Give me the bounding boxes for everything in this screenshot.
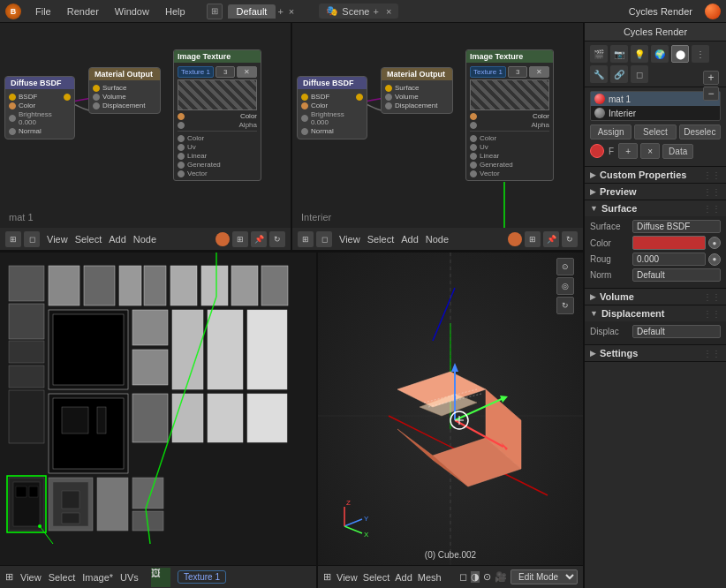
prop-icon-object[interactable]: ◻ — [631, 65, 648, 83]
texture-btn-x[interactable]: ✕ — [237, 66, 257, 78]
texture-btn-browse[interactable]: 3 — [216, 66, 236, 78]
menu-file[interactable]: File — [28, 4, 58, 19]
node-bsdf-left[interactable]: Diffuse BSDF BSDF Color — [4, 76, 75, 139]
scene-add[interactable]: + — [374, 6, 379, 17]
texture-btn-browse-r[interactable]: 3 — [508, 66, 528, 78]
prop-icon-camera[interactable]: 📷 — [610, 45, 628, 63]
node-bsdf-right[interactable]: Diffuse BSDF BSDF Color — [297, 76, 367, 139]
menu-window[interactable]: Window — [108, 4, 156, 19]
ne-grid-right[interactable]: ⊞ — [525, 231, 541, 247]
prop-icon-particles[interactable]: ⋮ — [692, 45, 709, 63]
viewport-select[interactable]: Select — [363, 572, 390, 583]
viewport-shading-4[interactable]: 🎥 — [495, 571, 507, 583]
ne-view-left[interactable]: View — [47, 234, 68, 245]
uv-svg — [0, 253, 316, 565]
surface-surface-value[interactable]: Diffuse BSDF — [632, 220, 721, 233]
node-texture-right[interactable]: Image Texture Texture 1 3 ✕ — [465, 49, 554, 181]
ne-node-right[interactable]: Node — [426, 234, 449, 245]
viewport-add[interactable]: Add — [395, 572, 412, 583]
uv-texture-icon-btn[interactable]: 🖼 — [151, 568, 170, 587]
texture-slot-right[interactable]: Texture 1 — [470, 66, 506, 78]
uv-texture-label[interactable]: Texture 1 — [178, 570, 226, 584]
preview-header[interactable]: ▶ Preview ⋮⋮ — [585, 184, 726, 200]
surface-color-swatch[interactable] — [632, 236, 706, 250]
viewport-shading-1[interactable]: ◻ — [459, 571, 467, 583]
prop-icon-world[interactable]: 🌍 — [651, 45, 669, 63]
prop-icon-constraints[interactable]: 🔗 — [610, 65, 628, 83]
mat-times-btn[interactable]: × — [640, 143, 660, 159]
node-texture-left[interactable]: Image Texture Texture 1 3 ✕ — [173, 49, 261, 181]
ne-sphere-right[interactable] — [508, 232, 522, 246]
nav-btn-3[interactable]: ↻ — [556, 297, 574, 314]
viewport-shading-2[interactable]: ◑ — [471, 571, 480, 583]
svg-rect-30 — [97, 478, 128, 531]
prop-icon-render[interactable]: 🎬 — [590, 45, 608, 63]
ne-add-left[interactable]: Add — [109, 234, 126, 245]
viewport-mesh[interactable]: Mesh — [418, 572, 442, 583]
texture-slot-left[interactable]: Texture 1 — [178, 66, 214, 78]
prop-icon-light[interactable]: 💡 — [631, 45, 648, 63]
material-item-interier[interactable]: Interier — [591, 106, 720, 120]
bsdf-r-label-rough: Brightness 0.000 — [311, 110, 363, 126]
workspace-close[interactable]: × — [289, 6, 294, 17]
surface-roug-value[interactable]: 0.000 — [632, 253, 706, 266]
uv-uvs[interactable]: UVs — [120, 572, 139, 583]
ne-add-right[interactable]: Add — [401, 234, 419, 245]
node-output-right[interactable]: Material Output Surface Volume — [381, 67, 453, 114]
ne-refresh-left[interactable]: ↻ — [269, 231, 285, 247]
uv-tool-icon[interactable]: ⊞ — [5, 571, 13, 583]
surface-color-btn[interactable]: ● — [708, 237, 721, 249]
ne-pin-right[interactable]: 📌 — [543, 231, 559, 247]
ne-refresh-right[interactable]: ↻ — [562, 231, 578, 247]
displacement-displac-value[interactable]: Default — [632, 325, 721, 338]
surface-header[interactable]: ▼ Surface ⋮⋮ — [585, 200, 726, 216]
uv-select[interactable]: Select — [49, 572, 76, 583]
ne-grid-left[interactable]: ⊞ — [232, 231, 248, 247]
nav-btn-1[interactable]: ⊙ — [556, 258, 574, 275]
workspace-icon[interactable]: ⊞ — [207, 4, 223, 19]
menu-render[interactable]: Render — [60, 4, 106, 19]
deselect-button[interactable]: Deselec — [679, 124, 721, 139]
ne-pin-left[interactable]: 📌 — [251, 231, 267, 247]
mat-sphere-btn[interactable] — [590, 144, 604, 158]
viewport-tool-icon[interactable]: ⊞ — [323, 571, 331, 583]
surface-roug-btn[interactable]: ● — [708, 253, 721, 266]
viewport-shading-3[interactable]: ⊙ — [483, 571, 491, 583]
custom-props-header[interactable]: ▶ Custom Properties ⋮⋮ — [585, 167, 726, 183]
ne-tool-icon-right[interactable]: ⊞ — [298, 231, 314, 247]
svg-rect-39 — [29, 486, 38, 497]
select-button[interactable]: Select — [634, 124, 676, 139]
settings-header[interactable]: ▶ Settings ⋮⋮ — [585, 345, 726, 361]
scene-close[interactable]: × — [386, 6, 391, 17]
prop-icon-material[interactable]: ⬤ — [671, 45, 689, 63]
ne-tool-bg-right[interactable]: ◻ — [316, 231, 332, 247]
bsdf-r-out-bsdf — [356, 94, 363, 101]
ne-node-left[interactable]: Node — [133, 234, 156, 245]
texture-btn-x-r[interactable]: ✕ — [529, 66, 549, 78]
uv-view[interactable]: View — [20, 572, 42, 583]
surface-norm-value[interactable]: Default — [632, 268, 721, 282]
material-item-mat1[interactable]: mat 1 — [591, 92, 720, 106]
ne-tool-icon-left[interactable]: ⊞ — [5, 231, 21, 247]
sidebar-plus-btn[interactable]: + — [703, 71, 719, 85]
sidebar-minus-btn[interactable]: − — [703, 87, 719, 101]
workspace-add[interactable]: + — [277, 6, 283, 17]
node-output-left[interactable]: Material Output Surface Volume — [88, 67, 161, 114]
nav-btn-2[interactable]: ◎ — [556, 277, 574, 295]
prop-icon-physics[interactable]: 🔧 — [590, 65, 608, 83]
displacement-header[interactable]: ▼ Displacement ⋮⋮ — [585, 305, 726, 321]
volume-header[interactable]: ▶ Volume ⋮⋮ — [585, 289, 726, 305]
menu-help[interactable]: Help — [158, 4, 193, 19]
ne-select-left[interactable]: Select — [75, 234, 102, 245]
mat-data-btn[interactable]: Data — [662, 144, 693, 159]
mat-plus-btn[interactable]: + — [618, 143, 638, 159]
uv-image[interactable]: Image* — [82, 572, 113, 583]
ne-view-right[interactable]: View — [339, 234, 360, 245]
assign-button[interactable]: Assign — [590, 124, 631, 139]
ne-select-right[interactable]: Select — [367, 234, 395, 245]
viewport-view[interactable]: View — [337, 572, 358, 583]
ne-tool-bg-left[interactable]: ◻ — [24, 231, 40, 247]
viewport-mode-select[interactable]: Edit Mode — [510, 569, 578, 584]
workspace-default[interactable]: Default — [228, 4, 276, 19]
ne-sphere-left[interactable] — [216, 232, 230, 246]
